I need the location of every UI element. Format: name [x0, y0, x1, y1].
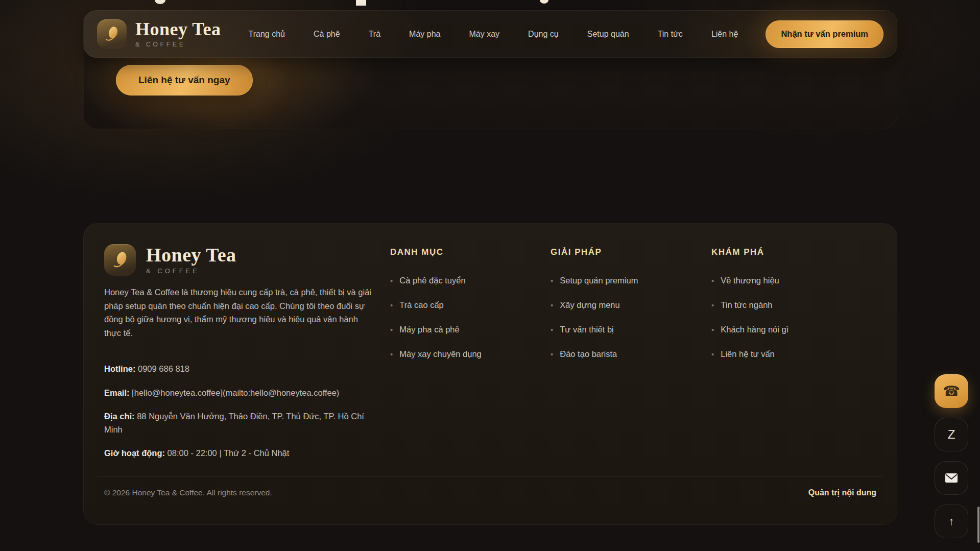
footer-link-label: Máy xay chuyên dụng: [399, 349, 482, 359]
footer-link-label: Tư vấn thiết bị: [560, 325, 614, 334]
bullet-icon: •: [390, 301, 393, 309]
bullet-icon: •: [711, 350, 714, 358]
footer-bottom-bar: © 2026 Honey Tea & Coffee. All rights re…: [98, 476, 883, 497]
footer-link-label: Liên hệ tư vấn: [721, 349, 775, 359]
footer-link-label: Trà cao cấp: [399, 300, 444, 310]
hotline-line: Hotline: 0909 686 818: [104, 363, 383, 376]
footer-link[interactable]: •Cà phê đặc tuyển: [390, 276, 543, 285]
footer-link[interactable]: •Máy xay chuyên dụng: [390, 349, 543, 359]
footer-brand-name: Honey Tea: [146, 245, 236, 266]
footer-link[interactable]: •Trà cao cấp: [390, 300, 543, 310]
footer-link[interactable]: •Liên hệ tư vấn: [711, 349, 865, 359]
nav-item-tea[interactable]: Trà: [369, 30, 380, 39]
nav-item-grinder[interactable]: Máy xay: [469, 30, 500, 39]
premium-consult-button[interactable]: Nhận tư vấn premium: [766, 20, 883, 48]
hotline-value: 0909 686 818: [135, 364, 189, 373]
footer-link[interactable]: •Đào tạo barista: [551, 349, 704, 359]
brand-tagline: & COFFEE: [135, 41, 221, 48]
top-navigation-bar: Honey Tea & COFFEE Trang chủ Cà phê Trà …: [83, 10, 897, 58]
bullet-icon: •: [711, 276, 714, 285]
nav-item-tools[interactable]: Dụng cụ: [528, 30, 559, 39]
footer-link-label: Về thương hiệu: [721, 276, 779, 285]
address-label: Địa chỉ:: [104, 412, 135, 421]
bullet-icon: •: [390, 325, 393, 334]
footer-brand-logo-tile: [104, 244, 136, 276]
email-line: Email: [hello@honeytea.coffee](mailto:he…: [104, 387, 383, 400]
hours-label: Giờ hoạt động:: [104, 448, 165, 458]
footer-link-label: Xây dựng menu: [560, 300, 619, 310]
footer-contact-info: Hotline: 0909 686 818 Email: [hello@hone…: [104, 363, 383, 471]
scrollbar-thumb[interactable]: [977, 507, 979, 543]
cutoff-text-fragment: [540, 0, 548, 4]
footer-link-label: Đào tạo barista: [560, 349, 617, 359]
mail-icon: [945, 473, 958, 483]
bullet-icon: •: [551, 325, 553, 334]
nav-item-home[interactable]: Trang chủ: [249, 30, 285, 39]
footer-brand: Honey Tea & COFFEE: [104, 244, 236, 276]
nav-item-news[interactable]: Tin tức: [658, 30, 683, 39]
contact-now-button[interactable]: Liên hệ tư vấn ngay: [116, 65, 253, 95]
footer-link[interactable]: •Xây dựng menu: [551, 300, 704, 310]
address-line: Địa chỉ: 88 Nguyễn Văn Hưởng, Thảo Điền,…: [104, 410, 383, 436]
brand-name: Honey Tea: [135, 20, 221, 39]
footer-column-title: KHÁM PHÁ: [711, 247, 865, 257]
footer-link[interactable]: •Tin tức ngành: [711, 300, 865, 310]
footer-link-label: Setup quán premium: [560, 276, 638, 285]
footer-column-title: DANH MỤC: [390, 247, 543, 257]
footer-link-label: Tin tức ngành: [721, 300, 772, 310]
brand-logo[interactable]: Honey Tea & COFFEE: [97, 19, 221, 49]
nav-item-contact[interactable]: Liên hệ: [711, 30, 738, 39]
bullet-icon: •: [551, 350, 553, 358]
main-nav: Trang chủ Cà phê Trà Máy pha Máy xay Dụn…: [249, 30, 738, 39]
hours-line: Giờ hoạt động: 08:00 - 22:00 | Thứ 2 - C…: [104, 447, 383, 460]
footer-link[interactable]: •Khách hàng nói gì: [711, 325, 865, 334]
footer-column-categories: DANH MỤC •Cà phê đặc tuyển •Trà cao cấp …: [390, 247, 543, 374]
nav-item-coffee[interactable]: Cà phê: [314, 30, 340, 39]
email-label: Email:: [104, 388, 130, 397]
footer-link[interactable]: •Máy pha cà phê: [390, 325, 543, 334]
hotline-label: Hotline:: [104, 364, 135, 373]
footer-brand-text: Honey Tea & COFFEE: [146, 245, 236, 275]
footer-link-label: Khách hàng nói gì: [721, 325, 788, 334]
admin-link[interactable]: Quản trị nội dung: [808, 488, 876, 497]
zalo-icon[interactable]: Z: [935, 418, 968, 451]
footer: Honey Tea & COFFEE Honey Tea & Coffee là…: [83, 223, 897, 525]
honey-bean-icon: [109, 249, 131, 271]
floating-action-buttons: ☎ Z ↑: [935, 374, 968, 538]
brand-logo-tile: [97, 19, 127, 49]
footer-description: Honey Tea & Coffee là thương hiệu cung c…: [104, 285, 377, 340]
phone-icon[interactable]: ☎: [935, 374, 968, 408]
footer-column-solutions: GIẢI PHÁP •Setup quán premium •Xây dựng …: [551, 247, 704, 374]
footer-column-discover: KHÁM PHÁ •Về thương hiệu •Tin tức ngành …: [711, 247, 865, 374]
hours-value: 08:00 - 22:00 | Thứ 2 - Chủ Nhật: [165, 448, 289, 458]
copyright-text: © 2026 Honey Tea & Coffee. All rights re…: [104, 488, 272, 497]
bullet-icon: •: [390, 350, 393, 358]
email-value: [hello@honeytea.coffee](mailto:hello@hon…: [130, 388, 340, 397]
bullet-icon: •: [711, 301, 714, 309]
honey-bean-icon: [102, 24, 122, 44]
footer-column-title: GIẢI PHÁP: [551, 247, 704, 257]
footer-brand-tagline: & COFFEE: [146, 267, 236, 275]
bullet-icon: •: [551, 301, 553, 309]
nav-item-shop-setup[interactable]: Setup quán: [587, 30, 629, 39]
bullet-icon: •: [711, 325, 714, 334]
footer-link[interactable]: •Setup quán premium: [551, 276, 704, 285]
arrow-up-icon[interactable]: ↑: [935, 505, 968, 538]
cutoff-text-fragment: [155, 0, 165, 4]
bullet-icon: •: [390, 276, 393, 285]
footer-link[interactable]: •Về thương hiệu: [711, 276, 865, 285]
brand-text: Honey Tea & COFFEE: [135, 20, 221, 48]
mail-icon[interactable]: [935, 461, 968, 495]
footer-link-label: Cà phê đặc tuyển: [399, 276, 465, 285]
nav-item-espresso-machine[interactable]: Máy pha: [409, 30, 440, 39]
cutoff-text-fragment: [356, 0, 366, 6]
address-value: 88 Nguyễn Văn Hưởng, Thảo Điền, TP. Thủ …: [104, 412, 364, 434]
bullet-icon: •: [551, 276, 553, 285]
footer-link[interactable]: •Tư vấn thiết bị: [551, 325, 704, 334]
footer-link-label: Máy pha cà phê: [399, 325, 459, 334]
